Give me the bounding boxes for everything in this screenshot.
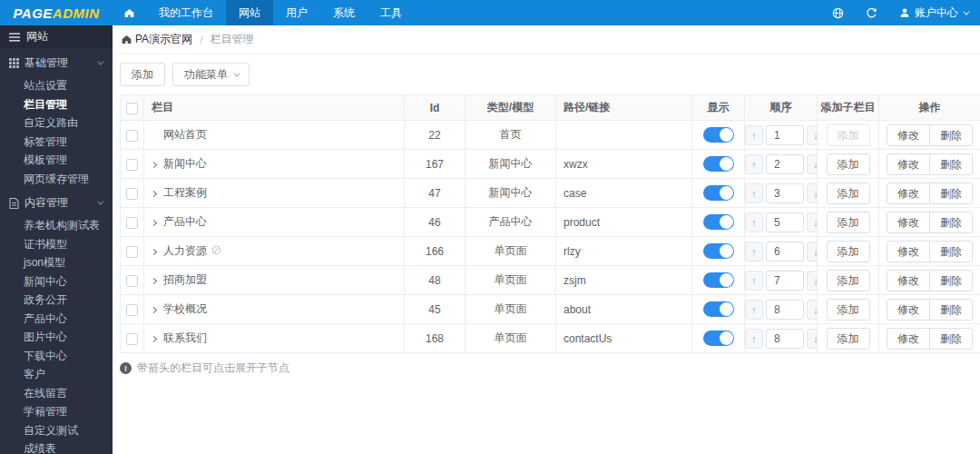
order-input[interactable]: [766, 300, 804, 320]
order-down-button[interactable]: ↓: [807, 183, 818, 203]
row-checkbox[interactable]: [126, 217, 138, 229]
sidebar-item[interactable]: 自定义路由: [0, 114, 113, 133]
expand-arrow[interactable]: [152, 215, 163, 228]
order-up-button[interactable]: ↑: [745, 154, 763, 174]
order-down-button[interactable]: ↓: [807, 329, 818, 349]
visibility-toggle[interactable]: [703, 331, 734, 346]
visibility-toggle[interactable]: [703, 301, 734, 317]
order-input[interactable]: [766, 125, 804, 145]
edit-button[interactable]: 修改: [887, 270, 930, 291]
visibility-toggle[interactable]: [703, 243, 734, 259]
sidebar-item[interactable]: 新闻中心: [0, 272, 113, 291]
visibility-toggle[interactable]: [703, 214, 734, 230]
add-child-button[interactable]: 添加: [827, 270, 870, 291]
order-up-button[interactable]: ↑: [745, 212, 763, 232]
expand-arrow[interactable]: [152, 273, 163, 286]
order-up-button[interactable]: ↑: [745, 183, 763, 203]
edit-button[interactable]: 修改: [887, 153, 930, 175]
sidebar-item[interactable]: 标签管理: [0, 133, 113, 152]
order-input[interactable]: [766, 329, 804, 349]
order-down-button[interactable]: ↓: [807, 300, 818, 320]
sidebar-header[interactable]: 网站: [0, 25, 113, 48]
delete-button[interactable]: 删除: [929, 270, 973, 291]
delete-button[interactable]: 删除: [929, 241, 973, 262]
sidebar-item[interactable]: 证书模型: [0, 235, 113, 254]
row-checkbox[interactable]: [126, 188, 138, 200]
delete-button[interactable]: 删除: [929, 183, 973, 204]
expand-arrow[interactable]: [152, 244, 163, 257]
sidebar-item[interactable]: 养老机构测试表: [0, 216, 113, 235]
order-input[interactable]: [766, 212, 804, 232]
order-down-button[interactable]: ↓: [807, 125, 818, 145]
sidebar-item[interactable]: 客户: [0, 365, 113, 384]
order-up-button[interactable]: ↑: [745, 242, 763, 262]
edit-button[interactable]: 修改: [887, 212, 930, 233]
refresh-icon[interactable]: [866, 7, 877, 19]
select-all-checkbox[interactable]: [126, 103, 138, 114]
sidebar-item[interactable]: 网页缓存管理: [0, 170, 113, 189]
expand-arrow[interactable]: [152, 302, 163, 315]
visibility-toggle[interactable]: [703, 156, 734, 172]
add-button[interactable]: 添加: [120, 63, 165, 86]
sidebar-group-title[interactable]: 内容管理: [0, 188, 113, 216]
expand-arrow[interactable]: [152, 128, 163, 141]
sidebar-item[interactable]: json模型: [0, 253, 113, 272]
add-child-button[interactable]: 添加: [827, 212, 870, 233]
add-child-button[interactable]: 添加: [827, 153, 870, 175]
row-checkbox[interactable]: [126, 159, 138, 171]
order-up-button[interactable]: ↑: [745, 125, 763, 145]
add-child-button[interactable]: 添加: [827, 124, 870, 146]
row-checkbox[interactable]: [126, 246, 138, 258]
row-checkbox[interactable]: [126, 304, 138, 316]
edit-button[interactable]: 修改: [887, 328, 930, 350]
sidebar-item[interactable]: 下载中心: [0, 347, 113, 366]
sidebar-item[interactable]: 栏目管理: [0, 95, 113, 114]
expand-arrow[interactable]: [152, 331, 163, 344]
topnav-item[interactable]: 系统: [320, 0, 368, 25]
sidebar-item[interactable]: 自定义测试: [0, 421, 113, 440]
sidebar-item[interactable]: 站点设置: [0, 76, 113, 95]
edit-button[interactable]: 修改: [887, 124, 930, 146]
order-input[interactable]: [766, 242, 804, 262]
order-up-button[interactable]: ↑: [745, 300, 763, 320]
order-down-button[interactable]: ↓: [807, 271, 818, 291]
visibility-toggle[interactable]: [703, 185, 734, 201]
globe-icon[interactable]: [832, 7, 844, 19]
order-input[interactable]: [766, 183, 804, 203]
add-child-button[interactable]: 添加: [827, 328, 870, 350]
expand-arrow[interactable]: [152, 186, 163, 199]
order-down-button[interactable]: ↓: [807, 212, 818, 232]
delete-button[interactable]: 删除: [929, 299, 973, 321]
account-menu[interactable]: 账户中心: [899, 5, 967, 21]
topnav-item[interactable]: 工具: [368, 0, 415, 25]
sidebar-item[interactable]: 模板管理: [0, 151, 113, 170]
delete-button[interactable]: 删除: [929, 124, 973, 146]
order-down-button[interactable]: ↓: [807, 242, 818, 262]
sidebar-item[interactable]: 学籍管理: [0, 402, 113, 421]
visibility-toggle[interactable]: [703, 127, 734, 143]
sidebar-item[interactable]: 产品中心: [0, 310, 113, 329]
sidebar-group-title[interactable]: 基础管理: [0, 48, 113, 76]
delete-button[interactable]: 删除: [929, 153, 973, 175]
add-child-button[interactable]: 添加: [827, 183, 870, 204]
sidebar-item[interactable]: 图片中心: [0, 328, 113, 347]
row-checkbox[interactable]: [126, 130, 138, 142]
function-menu-button[interactable]: 功能菜单: [172, 63, 250, 86]
add-child-button[interactable]: 添加: [827, 299, 870, 321]
breadcrumb-site[interactable]: PA演示官网: [135, 32, 192, 47]
topnav-item[interactable]: 我的工作台: [146, 0, 226, 25]
sidebar-item[interactable]: 成绩表: [0, 439, 113, 454]
delete-button[interactable]: 删除: [929, 328, 973, 350]
order-input[interactable]: [766, 154, 804, 174]
edit-button[interactable]: 修改: [887, 183, 930, 204]
order-input[interactable]: [766, 271, 804, 291]
order-down-button[interactable]: ↓: [807, 154, 818, 174]
expand-arrow[interactable]: [152, 157, 163, 170]
delete-button[interactable]: 删除: [929, 212, 973, 233]
sidebar-item[interactable]: 政务公开: [0, 291, 113, 310]
row-checkbox[interactable]: [126, 333, 138, 345]
topnav-item[interactable]: 用户: [273, 0, 320, 25]
order-up-button[interactable]: ↑: [745, 329, 763, 349]
edit-button[interactable]: 修改: [887, 241, 930, 262]
topnav-item[interactable]: 网站: [226, 0, 273, 25]
